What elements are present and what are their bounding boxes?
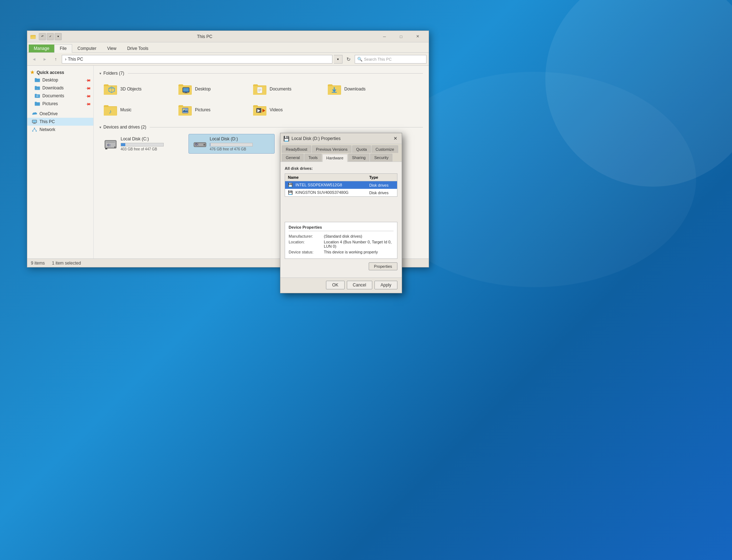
status-label: Device status: bbox=[289, 250, 321, 254]
sidebar-item-network[interactable]: Network bbox=[27, 126, 93, 134]
pin-icon-2: 📌 bbox=[85, 85, 91, 91]
folder-item-documents[interactable]: Documents bbox=[249, 80, 321, 98]
sidebar-item-documents[interactable]: Documents 📌 bbox=[27, 92, 93, 100]
sidebar-item-desktop[interactable]: Desktop 📌 bbox=[27, 76, 93, 84]
svg-rect-39 bbox=[105, 148, 107, 149]
props-btn-row: Properties bbox=[285, 262, 397, 273]
downloads-folder-icon bbox=[327, 83, 341, 95]
window-title: This PC bbox=[34, 34, 375, 39]
tab-readyboost[interactable]: ReadyBoost bbox=[282, 145, 311, 153]
folder-label-desktop: Desktop bbox=[195, 87, 211, 92]
refresh-button[interactable]: ↻ bbox=[344, 55, 353, 64]
svg-rect-4 bbox=[36, 95, 38, 95]
dialog-title-icon: 💾 bbox=[283, 136, 289, 141]
sidebar-thispc-label: This PC bbox=[39, 119, 55, 124]
ribbon: Manage File Computer View Drive Tools bbox=[27, 42, 429, 53]
dialog-buttons: OK Cancel Apply bbox=[280, 277, 402, 293]
drive-item-d[interactable]: D: Local Disk (D:) 476 GB free of 476 GB bbox=[188, 134, 275, 154]
title-bar: ↶ ✓ ▾ This PC ─ □ ✕ bbox=[27, 31, 429, 42]
folders-divider bbox=[128, 73, 423, 74]
dialog-title-bar: 💾 Local Disk (D:) Properties ✕ bbox=[280, 133, 402, 144]
svg-text:C:: C: bbox=[107, 143, 111, 147]
drive-type-intel: Disk drives bbox=[366, 181, 397, 189]
sidebar-item-pictures[interactable]: Pictures 📌 bbox=[27, 100, 93, 108]
tab-previous-versions[interactable]: Previous Versions bbox=[312, 145, 351, 153]
tab-view[interactable]: View bbox=[102, 44, 122, 52]
sidebar-documents-label: Documents bbox=[42, 93, 64, 98]
folder-item-3dobjects[interactable]: 3D Objects bbox=[99, 80, 171, 98]
drive-row-intel[interactable]: 💾 INTEL SSDPEKNW512G8 Disk drives bbox=[285, 181, 397, 189]
desktop-folder-icon bbox=[178, 83, 192, 95]
folder-label-videos: Videos bbox=[270, 107, 283, 112]
folder-item-desktop[interactable]: Desktop bbox=[174, 80, 246, 98]
svg-rect-7 bbox=[32, 120, 36, 122]
apply-button[interactable]: Apply bbox=[374, 281, 397, 289]
tab-customize[interactable]: Customize bbox=[372, 145, 398, 153]
sidebar-quickaccess[interactable]: ★ Quick access bbox=[27, 69, 93, 76]
pin-icon-3: 📌 bbox=[85, 93, 91, 99]
svg-point-29 bbox=[183, 109, 185, 110]
back-button[interactable]: ◄ bbox=[29, 55, 39, 64]
c-drive-bar bbox=[121, 143, 164, 146]
up-button[interactable]: ↑ bbox=[51, 55, 60, 64]
c-drive-label: Local Disk (C:) bbox=[121, 136, 182, 141]
sidebar-item-thispc[interactable]: This PC bbox=[27, 118, 93, 126]
tab-sharing[interactable]: Sharing bbox=[348, 154, 370, 162]
tab-general[interactable]: General bbox=[282, 154, 304, 162]
drives-chevron[interactable]: ▾ bbox=[99, 125, 101, 129]
d-drive-fill bbox=[210, 143, 210, 146]
dialog-close-button[interactable]: ✕ bbox=[392, 135, 399, 142]
svg-line-13 bbox=[33, 129, 34, 131]
tab-drivetools[interactable]: Drive Tools bbox=[122, 44, 154, 52]
d-drive-bar bbox=[210, 143, 253, 146]
sidebar-item-downloads[interactable]: ↓ Downloads 📌 bbox=[27, 84, 93, 92]
svg-rect-20 bbox=[185, 92, 187, 93]
drive-name-intel: 💾 INTEL SSDPEKNW512G8 bbox=[285, 181, 367, 189]
sidebar-pictures-label: Pictures bbox=[42, 101, 58, 106]
sidebar-item-onedrive[interactable]: OneDrive bbox=[27, 110, 93, 118]
properties-button[interactable]: Properties bbox=[369, 262, 397, 270]
close-button[interactable]: ✕ bbox=[409, 31, 426, 42]
manage-tab[interactable]: Manage bbox=[29, 45, 54, 52]
tab-hardware[interactable]: Hardware bbox=[322, 154, 348, 162]
address-path[interactable]: › This PC bbox=[62, 55, 332, 64]
maximize-button[interactable]: □ bbox=[393, 31, 409, 42]
folders-chevron[interactable]: ▾ bbox=[99, 71, 101, 75]
network-icon bbox=[32, 127, 37, 132]
folders-section-header: ▾ Folders (7) bbox=[99, 71, 423, 76]
forward-button[interactable]: ► bbox=[40, 55, 50, 64]
manufacturer-value: (Standard disk drives) bbox=[324, 234, 362, 238]
folder-blue-icon bbox=[34, 77, 40, 83]
ok-button[interactable]: OK bbox=[326, 281, 344, 289]
properties-dialog: 💾 Local Disk (D:) Properties ✕ ReadyBoos… bbox=[280, 133, 402, 293]
tab-file[interactable]: File bbox=[54, 44, 72, 53]
svg-rect-8 bbox=[34, 123, 36, 123]
d-drive-free: 476 GB free of 476 GB bbox=[210, 147, 271, 151]
c-drive-free: 403 GB free of 447 GB bbox=[121, 147, 182, 151]
address-bar: ◄ ► ↑ › This PC ▾ ↻ 🔍 Search This PC bbox=[27, 53, 429, 66]
tab-computer[interactable]: Computer bbox=[72, 44, 102, 52]
folder-item-pictures[interactable]: Pictures bbox=[174, 101, 246, 119]
drives-section-header: ▾ Devices and drives (2) bbox=[99, 125, 423, 130]
svg-point-42 bbox=[204, 144, 205, 145]
drive-item-c[interactable]: C: Local Disk (C:) 403 GB free of 447 GB bbox=[99, 134, 186, 154]
sidebar-onedrive-label: OneDrive bbox=[39, 111, 58, 116]
folder-item-music[interactable]: ♪ Music bbox=[99, 101, 171, 119]
tab-security[interactable]: Security bbox=[370, 154, 392, 162]
search-box[interactable]: 🔍 Search This PC bbox=[355, 55, 426, 64]
svg-rect-19 bbox=[183, 88, 189, 92]
drives-divider bbox=[150, 127, 423, 127]
drive-row-kingston[interactable]: 💾 KINGSTON SUV400S37480G Disk drives bbox=[285, 189, 397, 197]
cancel-button[interactable]: Cancel bbox=[347, 281, 372, 289]
folder-item-downloads[interactable]: Downloads bbox=[323, 80, 395, 98]
manufacturer-label: Manufacturer: bbox=[289, 234, 321, 238]
address-dropdown[interactable]: ▾ bbox=[334, 55, 342, 64]
minimize-button[interactable]: ─ bbox=[376, 31, 393, 42]
all-disk-drives-label: All disk drives: bbox=[285, 166, 397, 171]
folder-grid: 3D Objects Desktop bbox=[99, 80, 423, 119]
drive-list-table: Name Type 💾 INTEL SSDPEKNW512G8 Disk dri… bbox=[285, 173, 397, 197]
folder-item-videos[interactable]: Videos bbox=[249, 101, 321, 119]
tab-quota[interactable]: Quota bbox=[352, 145, 371, 153]
folder-label-documents: Documents bbox=[270, 87, 292, 92]
tab-tools[interactable]: Tools bbox=[304, 154, 322, 162]
